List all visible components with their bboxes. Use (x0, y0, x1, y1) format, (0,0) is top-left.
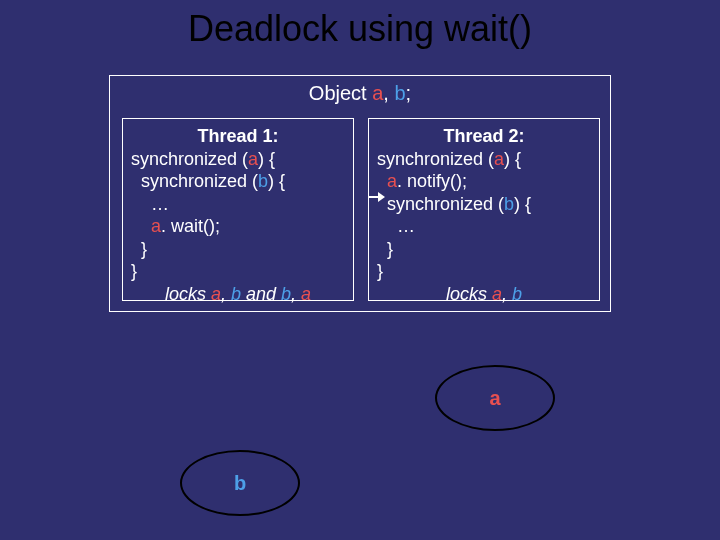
t1-line5: } (131, 238, 345, 261)
thread2-heading: Thread 2: (377, 125, 591, 148)
object-b: b (394, 82, 405, 104)
t1-line6: } (131, 260, 345, 283)
t1-line3: … (131, 193, 345, 216)
t1-locks: locks a, b and b, a (131, 283, 345, 306)
ellipse-b-label: b (234, 472, 246, 495)
outer-box: Object a, b; Thread 1: synchronized (a) … (109, 75, 611, 312)
object-prefix: Object (309, 82, 372, 104)
t2-line5: } (377, 238, 591, 261)
t1-line1: synchronized (a) { (131, 148, 345, 171)
object-sep1: , (383, 82, 394, 104)
t2-line2: a. notify(); (377, 170, 591, 193)
t2-line4: … (377, 215, 591, 238)
thread1-heading: Thread 1: (131, 125, 345, 148)
t2-line6: } (377, 260, 591, 283)
t2-line1: synchronized (a) { (377, 148, 591, 171)
thread1-box: Thread 1: synchronized (a) { synchronize… (122, 118, 354, 301)
ellipse-b: b (180, 450, 300, 516)
t1-line4: a. wait(); (131, 215, 345, 238)
t2-line3: synchronized (b) { (377, 193, 591, 216)
object-declaration: Object a, b; (110, 76, 610, 105)
thread2-box: Thread 2: synchronized (a) { a. notify()… (368, 118, 600, 301)
object-suffix: ; (406, 82, 412, 104)
t2-locks: locks a, b (377, 283, 591, 306)
page-title: Deadlock using wait() (0, 0, 720, 50)
object-a: a (372, 82, 383, 104)
ellipse-a-label: a (489, 387, 500, 410)
ellipse-a: a (435, 365, 555, 431)
t1-line2: synchronized (b) { (131, 170, 345, 193)
